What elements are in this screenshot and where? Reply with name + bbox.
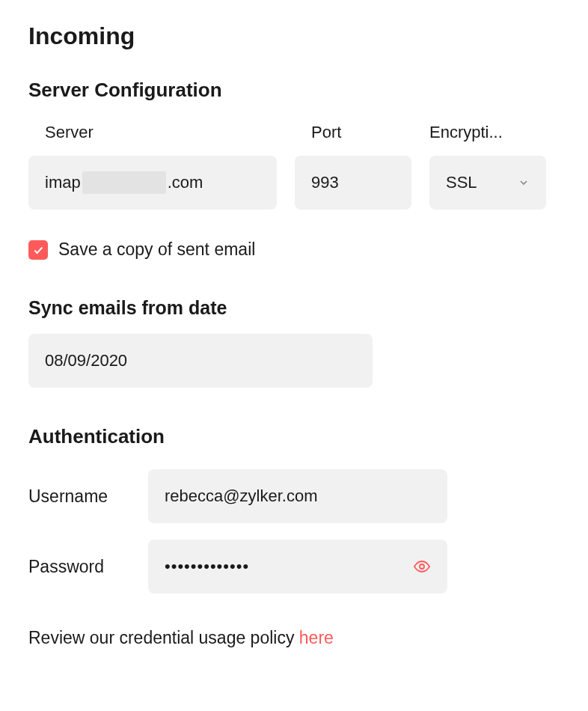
check-icon <box>32 244 44 256</box>
server-suffix: .com <box>168 173 203 192</box>
save-copy-label: Save a copy of sent email <box>58 239 255 260</box>
password-row: Password ••••••••••••• <box>28 540 560 593</box>
username-value: rebecca@zylker.com <box>165 486 318 506</box>
username-label: Username <box>28 486 118 507</box>
port-value: 993 <box>311 173 339 192</box>
encryption-label: Encrypti... <box>429 123 546 142</box>
auth-title: Authentication <box>28 425 560 448</box>
port-label: Port <box>295 123 411 142</box>
server-input[interactable]: imap .com <box>28 156 277 210</box>
username-row: Username rebecca@zylker.com <box>28 469 560 523</box>
encryption-value: SSL <box>446 173 477 192</box>
username-input[interactable]: rebecca@zylker.com <box>148 469 447 523</box>
sync-title: Sync emails from date <box>28 297 560 319</box>
encryption-field: Encrypti... SSL <box>429 123 546 210</box>
page-title: Incoming <box>28 22 560 50</box>
password-label: Password <box>28 557 118 577</box>
svg-point-0 <box>420 564 424 569</box>
server-redacted <box>82 171 166 194</box>
server-label: Server <box>28 123 277 142</box>
chevron-down-icon <box>518 177 530 189</box>
server-config-title: Server Configuration <box>28 79 560 102</box>
eye-icon[interactable] <box>413 558 431 576</box>
server-prefix: imap <box>45 173 81 192</box>
policy-text: Review our credential usage policy here <box>28 628 560 648</box>
port-input[interactable]: 993 <box>295 156 411 210</box>
password-masked: ••••••••••••• <box>165 557 249 576</box>
port-field: Port 993 <box>295 123 411 210</box>
policy-prefix: Review our credential usage policy <box>28 628 299 647</box>
sync-date-input[interactable]: 08/09/2020 <box>28 334 373 388</box>
server-config-row: Server imap .com Port 993 Encrypti... SS… <box>28 123 560 210</box>
password-input[interactable]: ••••••••••••• <box>148 540 447 593</box>
server-field: Server imap .com <box>28 123 277 210</box>
save-copy-checkbox[interactable] <box>28 240 48 260</box>
save-copy-row: Save a copy of sent email <box>28 239 560 260</box>
sync-date-value: 08/09/2020 <box>45 351 127 370</box>
policy-link[interactable]: here <box>299 628 334 647</box>
sync-section: Sync emails from date 08/09/2020 <box>28 297 560 388</box>
encryption-select[interactable]: SSL <box>429 156 546 210</box>
